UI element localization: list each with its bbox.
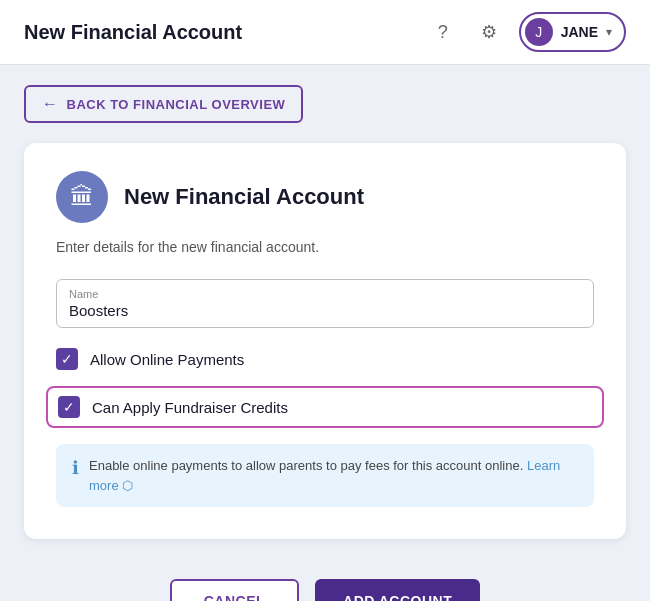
- chevron-down-icon: ▾: [606, 25, 612, 39]
- allow-online-payments-row: ✓ Allow Online Payments: [56, 348, 594, 370]
- card-subtitle: Enter details for the new financial acco…: [56, 239, 594, 255]
- allow-online-payments-checkbox[interactable]: ✓: [56, 348, 78, 370]
- back-button-label: BACK TO FINANCIAL OVERVIEW: [67, 97, 286, 112]
- card-header: 🏛 New Financial Account: [56, 171, 594, 223]
- page-content: ← BACK TO FINANCIAL OVERVIEW 🏛 New Finan…: [0, 65, 650, 559]
- header-actions: ? ⚙ J JANE ▾: [427, 12, 626, 52]
- cancel-button[interactable]: CANCEL: [170, 579, 299, 601]
- user-name: JANE: [561, 24, 598, 40]
- settings-button[interactable]: ⚙: [473, 16, 505, 48]
- dialog-footer: CANCEL ADD ACCOUNT: [0, 559, 650, 601]
- add-account-button[interactable]: ADD ACCOUNT: [315, 579, 480, 601]
- card-title: New Financial Account: [124, 184, 364, 210]
- info-text: Enable online payments to allow parents …: [89, 456, 578, 495]
- page-header: New Financial Account ? ⚙ J JANE ▾: [0, 0, 650, 65]
- user-menu[interactable]: J JANE ▾: [519, 12, 626, 52]
- fundraiser-credits-row: ✓ Can Apply Fundraiser Credits: [46, 386, 604, 428]
- allow-online-payments-label: Allow Online Payments: [90, 351, 244, 368]
- new-financial-account-card: 🏛 New Financial Account Enter details fo…: [24, 143, 626, 539]
- learn-more-link[interactable]: Learn more ⬡: [89, 458, 560, 493]
- back-to-financial-overview-button[interactable]: ← BACK TO FINANCIAL OVERVIEW: [24, 85, 303, 123]
- help-button[interactable]: ?: [427, 16, 459, 48]
- name-field-label: Name: [69, 288, 581, 300]
- financial-account-icon: 🏛: [56, 171, 108, 223]
- name-field-value: Boosters: [69, 302, 581, 319]
- info-icon: ℹ: [72, 457, 79, 479]
- fundraiser-credits-label: Can Apply Fundraiser Credits: [92, 399, 288, 416]
- back-arrow-icon: ←: [42, 95, 59, 113]
- name-field[interactable]: Name Boosters: [56, 279, 594, 328]
- info-box: ℹ Enable online payments to allow parent…: [56, 444, 594, 507]
- fundraiser-credits-checkbox[interactable]: ✓: [58, 396, 80, 418]
- avatar: J: [525, 18, 553, 46]
- page-title: New Financial Account: [24, 21, 242, 44]
